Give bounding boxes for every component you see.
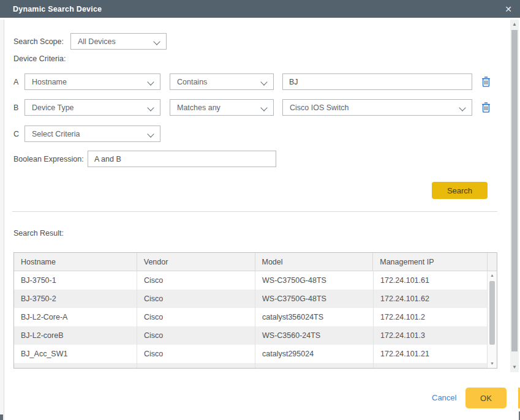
table-cell: Cisco: [137, 345, 255, 363]
search-result-table: Hostname Vendor Model Management IP BJ-3…: [13, 252, 497, 369]
table-cell: [373, 363, 488, 368]
criteria-c-field-select[interactable]: Select Criteria: [24, 126, 160, 142]
criteria-b-operator-value: Matches any: [177, 103, 220, 112]
criteria-c-field-value: Select Criteria: [32, 130, 80, 138]
table-cell: 172.24.101.61: [373, 271, 488, 290]
table-row[interactable]: BJ-3750-1CiscoWS-C3750G-48TS172.24.101.6…: [14, 271, 497, 290]
table-scrollbar[interactable]: ▲ ▼: [487, 271, 497, 368]
chevron-down-icon: [260, 104, 267, 111]
criteria-a-field-select[interactable]: Hostname: [24, 73, 160, 90]
delete-criteria-b-icon[interactable]: [481, 102, 491, 113]
table-cell: WS-C3750G-48TS: [255, 271, 373, 290]
table-cell: 172.24.101.62: [373, 290, 488, 308]
table-row[interactable]: BJ-L2-Core-ACiscocatalyst356024TS172.24.…: [14, 308, 497, 326]
table-cell: BJ-L2-coreB: [14, 326, 137, 345]
dialog-scrollbar[interactable]: ▲ ▼: [510, 20, 519, 372]
column-header-hostname[interactable]: Hostname: [14, 253, 137, 271]
cancel-link[interactable]: Cancel: [432, 393, 456, 402]
criteria-a-value-input[interactable]: BJ: [282, 73, 472, 90]
chevron-down-icon: [147, 104, 154, 111]
background-artifact: [0, 414, 3, 420]
dynamic-search-device-dialog: Dynamic Search Device ✕ Search Scope: Al…: [0, 0, 520, 420]
table-row[interactable]: BJ_Acc_SW1Ciscocatalyst295024172.24.101.…: [14, 345, 497, 363]
table-cell: [14, 363, 137, 368]
column-header-model[interactable]: Model: [255, 253, 373, 271]
criteria-b-field-value: Device Type: [32, 103, 74, 112]
criteria-b-field-select[interactable]: Device Type: [24, 99, 160, 116]
criteria-row-letter: C: [13, 130, 19, 138]
table-cell: BJ-L2-Core-A: [14, 308, 137, 326]
column-header-scroll-spacer: [487, 253, 497, 271]
table-row[interactable]: BJ-L2-coreBCiscoWS-C3560-24TS172.24.101.…: [14, 326, 497, 345]
table-cell: Cisco: [137, 308, 255, 326]
boolean-expression-input[interactable]: A and B: [88, 151, 276, 167]
dialog-left-border: [4, 20, 4, 420]
search-result-label: Search Result:: [13, 229, 64, 238]
scroll-up-icon[interactable]: ▲: [488, 272, 497, 279]
table-cell: [137, 363, 255, 368]
table-cell: 172.24.101.2: [373, 308, 488, 326]
table-row-partial: [14, 363, 497, 368]
chevron-down-icon: [147, 130, 154, 137]
section-divider: [12, 211, 497, 212]
chevron-down-icon: [153, 38, 160, 45]
boolean-expression-value: A and B: [94, 155, 121, 163]
table-cell: [255, 363, 373, 368]
scroll-down-icon[interactable]: ▼: [488, 361, 497, 367]
delete-criteria-a-icon[interactable]: [481, 76, 491, 88]
table-cell: Cisco: [137, 290, 255, 308]
table-body: BJ-3750-1CiscoWS-C3750G-48TS172.24.101.6…: [14, 271, 497, 363]
ok-button[interactable]: OK: [465, 388, 507, 408]
table-row[interactable]: BJ-3750-2CiscoWS-C3750G-48TS172.24.101.6…: [14, 290, 497, 308]
close-icon[interactable]: ✕: [505, 0, 512, 18]
table-cell: catalyst295024: [255, 345, 373, 363]
column-header-vendor[interactable]: Vendor: [137, 253, 255, 271]
table-header-row: Hostname Vendor Model Management IP: [14, 253, 497, 271]
scroll-up-icon[interactable]: ▲: [510, 21, 519, 28]
device-criteria-label: Device Criteria:: [13, 54, 66, 63]
dialog-title: Dynamic Search Device: [13, 5, 102, 13]
search-button[interactable]: Search: [432, 182, 488, 199]
search-scope-value: All Devices: [78, 37, 116, 46]
criteria-b-value-select[interactable]: Cisco IOS Switch: [282, 99, 472, 116]
boolean-expression-label: Boolean Expression:: [13, 155, 84, 163]
table-cell: BJ_Acc_SW1: [14, 345, 137, 363]
criteria-b-operator-select[interactable]: Matches any: [170, 99, 274, 116]
dialog-header: Dynamic Search Device ✕: [0, 0, 520, 18]
dialog-scrollbar-thumb[interactable]: [511, 30, 518, 351]
chevron-down-icon: [260, 78, 267, 85]
table-cell: Cisco: [137, 326, 255, 345]
search-scope-label: Search Scope:: [13, 37, 64, 46]
criteria-row-letter: A: [13, 78, 18, 86]
table-cell: 172.24.101.21: [373, 345, 488, 363]
criteria-a-field-value: Hostname: [32, 78, 67, 86]
table-cell: Cisco: [137, 271, 255, 290]
table-cell: WS-C3560-24TS: [255, 326, 373, 345]
table-cell: BJ-3750-2: [14, 290, 137, 308]
scroll-down-icon[interactable]: ▼: [510, 364, 519, 371]
table-scrollbar-thumb[interactable]: [489, 281, 495, 345]
search-scope-select[interactable]: All Devices: [70, 33, 167, 50]
criteria-row-letter: B: [13, 103, 18, 112]
criteria-b-value: Cisco IOS Switch: [290, 103, 349, 112]
column-header-management-ip[interactable]: Management IP: [372, 253, 487, 271]
criteria-a-value: BJ: [289, 78, 298, 86]
table-cell: 172.24.101.3: [373, 326, 488, 345]
chevron-down-icon: [147, 78, 154, 85]
table-cell: catalyst356024TS: [255, 308, 373, 326]
criteria-a-operator-select[interactable]: Contains: [170, 73, 274, 90]
table-cell: BJ-3750-1: [14, 271, 137, 290]
criteria-a-operator-value: Contains: [177, 78, 207, 86]
chevron-down-icon: [459, 104, 465, 111]
table-cell: WS-C3750G-48TS: [255, 290, 373, 308]
